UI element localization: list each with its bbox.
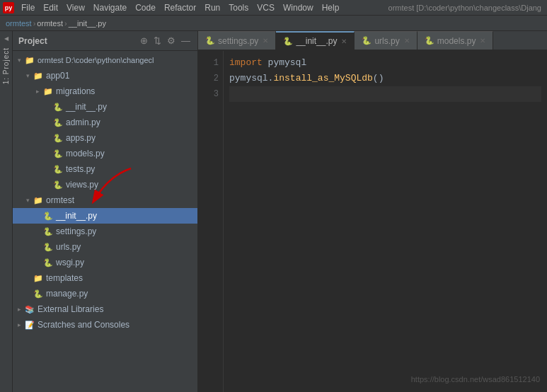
tree-item-models-app01[interactable]: 🐍 models.py <box>13 146 197 161</box>
tab-models[interactable]: 🐍 models.py ✕ <box>418 31 494 50</box>
main-layout: ◀ 1: Project Project ⊕ ⇅ ⚙ — ▾ 📁 ormtest <box>0 31 547 392</box>
tree-item-tests[interactable]: 🐍 tests.py <box>13 161 197 177</box>
project-tree: ▾ 📁 ormtest D:\coder\python\changecl ▾ 📁… <box>13 51 197 392</box>
tree-label-wsgi: wsgi.py <box>56 258 84 267</box>
tree-item-urls[interactable]: 🐍 urls.py <box>13 239 197 255</box>
tree-item-init-app01[interactable]: 🐍 __init__.py <box>13 99 197 115</box>
menubar-item-navigate[interactable]: Navigate <box>89 1 131 14</box>
code-line-1: import pymysql <box>229 55 541 71</box>
tree-item-apps[interactable]: 🐍 apps.py <box>13 130 197 146</box>
tree-label-views: views.py <box>66 180 98 190</box>
minimize-project-icon[interactable]: — <box>180 35 192 47</box>
tree-label-manage: manage.py <box>46 289 88 299</box>
tree-item-wsgi[interactable]: 🐍 wsgi.py <box>13 255 197 270</box>
file-icon-init: 🐍 <box>283 37 293 46</box>
tree-item-views[interactable]: 🐍 views.py <box>13 177 197 192</box>
menubar-item-help[interactable]: Help <box>318 1 344 14</box>
tab-urls[interactable]: 🐍 urls.py ✕ <box>355 31 417 50</box>
menubar-item-code[interactable]: Code <box>131 1 160 14</box>
menubar-item-run[interactable]: Run <box>200 1 224 14</box>
project-title-bar: ormtest [D:\coder\python\changeclass\Dja… <box>388 4 541 12</box>
tab-close-models[interactable]: ✕ <box>480 37 485 45</box>
menubar-item-view[interactable]: View <box>62 1 89 14</box>
file-icon-settings: 🐍 <box>205 36 215 45</box>
menubar-item-tools[interactable]: Tools <box>224 1 253 14</box>
tree-item-templates[interactable]: 📁 templates <box>13 270 197 286</box>
tree-label-admin: admin.py <box>66 117 100 127</box>
tab-close-settings[interactable]: ✕ <box>263 37 268 45</box>
code-content[interactable]: import pymysql pymysql.install_as_MySQLd… <box>224 51 547 392</box>
tree-item-init-ormtest[interactable]: 🐍 __init__.py <box>13 208 197 224</box>
folder-icon-migrations: 📁 <box>42 86 54 97</box>
sort-project-icon[interactable]: ⇅ <box>152 35 163 47</box>
line-num-3: 3 <box>198 86 219 102</box>
add-project-icon[interactable]: ⊕ <box>139 35 149 47</box>
python-icon-manage: 🐍 <box>33 288 44 299</box>
menubar-item-vcs[interactable]: VCS <box>253 1 279 14</box>
breadcrumb-bar: ormtest › ormtest › __init__.py <box>0 16 547 31</box>
python-icon-views: 🐍 <box>52 179 64 190</box>
tabs-bar: 🐍 settings.py ✕ 🐍 __init__.py ✕ 🐍 urls.p… <box>198 31 547 51</box>
arrow-migrations: ▸ <box>33 88 42 95</box>
scratches-icon: 📝 <box>24 319 35 330</box>
tree-label-settings: settings.py <box>56 226 96 236</box>
library-icon: 📚 <box>24 304 35 315</box>
tree-label-templates: templates <box>46 273 83 283</box>
project-header-title: Project <box>18 36 134 46</box>
tab-settings[interactable]: 🐍 settings.py ✕ <box>198 31 276 50</box>
arrow-scratches: ▸ <box>14 321 24 328</box>
tree-label-urls: urls.py <box>56 242 81 252</box>
file-icon-models: 🐍 <box>425 36 434 45</box>
python-icon-apps: 🐍 <box>52 132 64 144</box>
line-num-1: 1 <box>198 55 219 71</box>
code-line-3 <box>229 86 541 102</box>
tree-label-init-app01: __init__.py <box>66 102 107 112</box>
breadcrumb-sep-2: › <box>64 19 67 28</box>
code-line-2: pymysql.install_as_MySQLdb() <box>229 71 541 86</box>
tree-item-root[interactable]: ▾ 📁 ormtest D:\coder\python\changecl <box>13 52 197 68</box>
python-icon-wsgi: 🐍 <box>42 257 54 268</box>
tree-item-migrations[interactable]: ▸ 📁 migrations <box>13 83 197 99</box>
breadcrumb-part-1[interactable]: ormtest <box>6 19 32 28</box>
tree-item-scratches[interactable]: ▸ 📝 Scratches and Consoles <box>13 317 197 333</box>
menubar-item-edit[interactable]: Edit <box>39 1 62 14</box>
line-numbers: 1 2 3 <box>198 51 224 392</box>
tab-init[interactable]: 🐍 __init__.py ✕ <box>276 31 355 50</box>
breadcrumb-part-3[interactable]: __init__.py <box>69 19 106 28</box>
tree-label-init-ormtest: __init__.py <box>56 211 97 221</box>
folder-open-icon-root: 📁 <box>24 54 35 66</box>
tree-item-external[interactable]: ▸ 📚 External Libraries <box>13 301 197 317</box>
menubar-item-file[interactable]: File <box>17 1 39 14</box>
python-icon-init-app01: 🐍 <box>52 101 64 113</box>
side-tab[interactable]: ◀ 1: Project <box>0 31 13 392</box>
breadcrumb-sep-1: › <box>33 19 36 28</box>
tree-label-apps: apps.py <box>66 133 96 143</box>
breadcrumb-part-2[interactable]: ormtest <box>37 19 63 28</box>
tree-item-ormtest[interactable]: ▾ 📁 ormtest <box>13 192 197 208</box>
app-icon: py <box>3 2 14 13</box>
tab-close-urls[interactable]: ✕ <box>404 37 410 45</box>
tree-label-app01: app01 <box>46 71 69 81</box>
arrow-app01: ▾ <box>23 72 33 79</box>
arrow-ormtest: ▾ <box>23 197 33 204</box>
templates-folder-icon: 📁 <box>33 272 44 284</box>
code-editor[interactable]: 1 2 3 import pymysql pymysql.install_as_… <box>198 51 547 392</box>
tree-label-models-app01: models.py <box>66 149 105 158</box>
folder-open-icon-ormtest: 📁 <box>33 195 44 206</box>
line-num-2: 2 <box>198 71 219 86</box>
tree-label-migrations: migrations <box>56 86 95 96</box>
tree-item-admin[interactable]: 🐍 admin.py <box>13 115 197 130</box>
side-tab-label: 1: Project <box>2 47 10 84</box>
tab-close-init[interactable]: ✕ <box>341 38 347 45</box>
editor-area: 🐍 settings.py ✕ 🐍 __init__.py ✕ 🐍 urls.p… <box>198 31 547 392</box>
folder-open-icon-app01: 📁 <box>33 70 44 81</box>
menubar-item-window[interactable]: Window <box>279 1 318 14</box>
tree-item-manage[interactable]: 🐍 manage.py <box>13 286 197 301</box>
tree-label-scratches: Scratches and Consoles <box>38 320 129 330</box>
tab-label-init: __init__.py <box>296 36 337 46</box>
tree-item-settings[interactable]: 🐍 settings.py <box>13 224 197 239</box>
tree-label-ormtest: ormtest <box>46 195 74 205</box>
menubar-item-refactor[interactable]: Refactor <box>160 1 200 14</box>
settings-project-icon[interactable]: ⚙ <box>166 35 177 47</box>
tree-item-app01[interactable]: ▾ 📁 app01 <box>13 68 197 83</box>
